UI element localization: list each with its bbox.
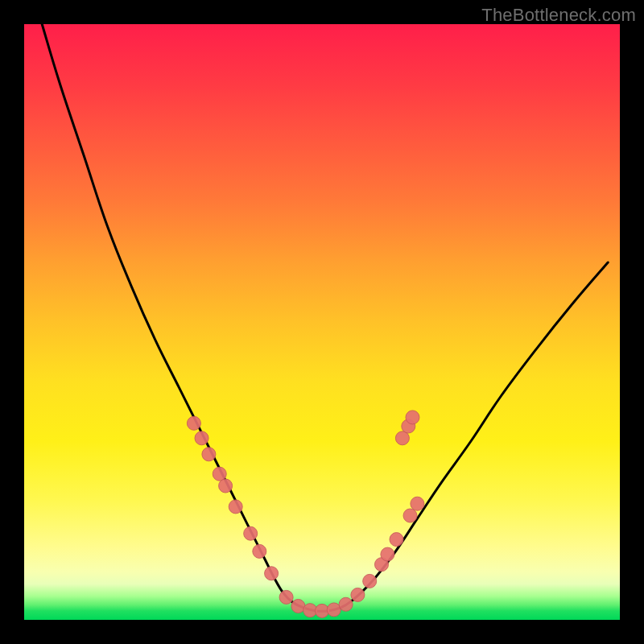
data-marker	[253, 544, 266, 558]
data-marker	[406, 411, 419, 424]
chart-frame: TheBottleneck.com	[0, 0, 644, 644]
data-marker	[279, 590, 293, 604]
data-marker	[219, 479, 233, 493]
plot-area	[24, 24, 620, 620]
data-marker	[363, 574, 377, 588]
data-marker	[187, 416, 200, 430]
curve-layer	[24, 24, 620, 620]
data-marker	[390, 533, 403, 547]
data-marker	[265, 567, 279, 580]
data-marker	[411, 497, 424, 510]
data-marker	[195, 431, 208, 445]
data-marker	[351, 588, 365, 601]
data-marker	[229, 500, 242, 514]
data-marker	[202, 448, 216, 461]
data-marker	[244, 526, 258, 540]
bottleneck-curve	[42, 24, 608, 611]
watermark-text: TheBottleneck.com	[481, 5, 636, 26]
data-marker	[403, 509, 417, 522]
markers-group	[187, 411, 424, 618]
data-marker	[381, 547, 394, 561]
data-marker	[339, 597, 353, 611]
